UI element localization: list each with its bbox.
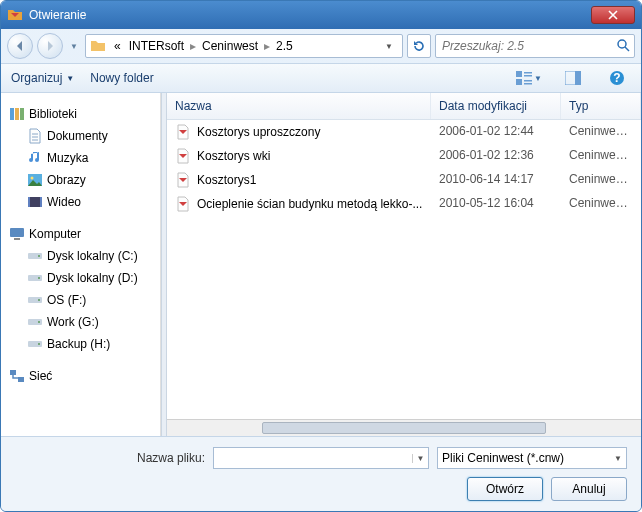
tree-libraries[interactable]: Biblioteki [5,103,156,125]
close-icon [608,10,618,20]
svg-rect-16 [28,197,42,207]
drive-icon [27,270,43,286]
filetype-filter[interactable]: Pliki Ceninwest (*.cnw) ▼ [437,447,627,469]
tree-drive-c[interactable]: Dysk lokalny (C:) [5,245,156,267]
file-grid: Nazwa Data modyfikacji Typ Kosztorys upr… [167,93,641,419]
arrow-left-icon [14,40,26,52]
svg-rect-8 [575,71,581,85]
breadcrumb[interactable]: « INTERsoft ▸ Ceninwest ▸ 2.5 ▼ [85,34,403,58]
file-type-cell: Ceninwest Fi [561,146,641,166]
help-button[interactable]: ? [603,67,631,89]
tree-drive-f[interactable]: OS (F:) [5,289,156,311]
app-icon [7,7,23,23]
file-row[interactable]: Kosztorys wki2006-01-02 12:36Ceninwest F… [167,144,641,168]
cancel-button[interactable]: Anuluj [551,477,627,501]
breadcrumb-seg-1[interactable]: INTERsoft [125,39,188,53]
drive-icon [27,336,43,352]
chevron-down-icon: ▼ [66,74,74,83]
file-name-cell: Kosztorys1 [167,170,431,190]
drive-icon [27,292,43,308]
svg-point-30 [38,343,40,345]
svg-rect-5 [524,80,532,82]
svg-rect-31 [10,370,16,375]
svg-point-28 [38,321,40,323]
file-date-cell: 2010-05-12 16:04 [431,194,561,214]
bottom-panel: Nazwa pliku: ▼ Pliki Ceninwest (*.cnw) ▼… [1,437,641,511]
tree-network[interactable]: Sieć [5,365,156,387]
search-input[interactable] [440,38,616,54]
toolbar: Organizuj▼ Nowy folder ▼ ? [1,63,641,93]
drive-icon [27,248,43,264]
tree-documents[interactable]: Dokumenty [5,125,156,147]
column-type[interactable]: Typ [561,93,641,119]
svg-point-24 [38,277,40,279]
file-row[interactable]: Kosztorys12010-06-14 14:17Ceninwest Fi [167,168,641,192]
preview-pane-button[interactable] [559,67,587,89]
music-icon [27,150,43,166]
chevron-right-icon: ▸ [262,39,272,53]
breadcrumb-seg-2[interactable]: Ceninwest [198,39,262,53]
column-headers: Nazwa Data modyfikacji Typ [167,93,641,120]
file-list-area: Nazwa Data modyfikacji Typ Kosztorys upr… [167,93,641,436]
tree-music[interactable]: Muzyka [5,147,156,169]
arrow-right-icon [44,40,56,52]
file-type-cell: Ceninwest Fi [561,170,641,190]
chevron-down-icon: ▼ [614,454,622,463]
filename-label: Nazwa pliku: [15,451,205,465]
close-button[interactable] [591,6,635,24]
svg-rect-13 [20,108,24,120]
view-mode-button[interactable]: ▼ [515,67,543,89]
horizontal-scrollbar[interactable] [167,419,641,436]
svg-rect-17 [28,197,30,207]
column-name[interactable]: Nazwa [167,93,431,119]
svg-rect-19 [10,228,24,237]
svg-rect-12 [15,108,19,120]
filename-input[interactable] [214,451,412,465]
tree-videos[interactable]: Wideo [5,191,156,213]
network-icon [9,368,25,384]
file-date-cell: 2010-06-14 14:17 [431,170,561,190]
tree-drive-g[interactable]: Work (G:) [5,311,156,333]
breadcrumb-prefix[interactable]: « [110,39,125,53]
preview-icon [565,71,581,85]
svg-rect-4 [516,79,522,85]
tree-drive-h[interactable]: Backup (H:) [5,333,156,355]
file-row[interactable]: Kosztorys uproszczony2006-01-02 12:44Cen… [167,120,641,144]
search-box[interactable] [435,34,635,58]
new-folder-button[interactable]: Nowy folder [90,71,153,85]
file-date-cell: 2006-01-02 12:36 [431,146,561,166]
filename-dropdown[interactable]: ▼ [412,454,428,463]
forward-button[interactable] [37,33,63,59]
filename-combo[interactable]: ▼ [213,447,429,469]
refresh-button[interactable] [407,34,431,58]
folder-icon [90,38,106,54]
document-icon [27,128,43,144]
svg-point-0 [618,40,626,48]
chevron-right-icon: ▸ [188,39,198,53]
nav-bar: ▼ « INTERsoft ▸ Ceninwest ▸ 2.5 ▼ [1,29,641,63]
back-button[interactable] [7,33,33,59]
file-type-cell: Ceninwest Fi [561,122,641,142]
tree-drive-d[interactable]: Dysk lokalny (D:) [5,267,156,289]
tree-computer[interactable]: Komputer [5,223,156,245]
open-button[interactable]: Otwórz [467,477,543,501]
svg-point-15 [31,177,34,180]
navigation-tree: Biblioteki Dokumenty Muzyka Obrazy Wideo… [1,93,161,436]
video-icon [27,194,43,210]
breadcrumb-seg-3[interactable]: 2.5 [272,39,297,53]
svg-point-26 [38,299,40,301]
column-date[interactable]: Data modyfikacji [431,93,561,119]
search-icon[interactable] [616,38,630,55]
file-date-cell: 2006-01-02 12:44 [431,122,561,142]
breadcrumb-dropdown[interactable]: ▼ [380,42,398,51]
drive-icon [27,314,43,330]
cnw-file-icon [175,148,191,164]
file-row[interactable]: Ocieplenie ścian budynku metodą lekko-..… [167,192,641,216]
cnw-file-icon [175,172,191,188]
history-dropdown[interactable]: ▼ [67,33,81,59]
organize-menu[interactable]: Organizuj▼ [11,71,74,85]
svg-text:?: ? [613,71,620,85]
tree-pictures[interactable]: Obrazy [5,169,156,191]
content-area: Biblioteki Dokumenty Muzyka Obrazy Wideo… [1,93,641,437]
scrollbar-thumb[interactable] [262,422,546,434]
